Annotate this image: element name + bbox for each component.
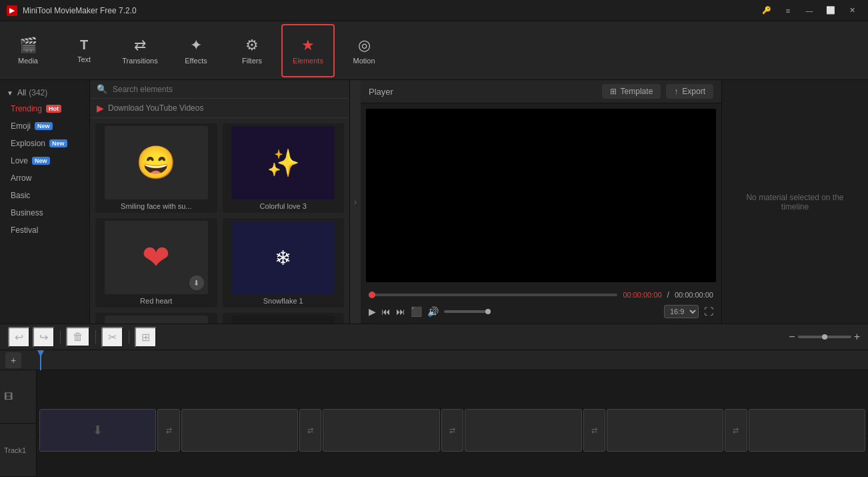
aspect-ratio-select[interactable]: 16:9 9:16 1:1 (664, 305, 699, 318)
delete-button[interactable]: 🗑 (66, 327, 90, 347)
element-thumb-arrow5: ⬇ (231, 316, 335, 324)
toolbar-elements[interactable]: ★ Elements (281, 24, 335, 77)
red-heart-download-button[interactable]: ⬇ (189, 276, 204, 290)
transitions-icon: ⇄ (134, 37, 146, 54)
toolbar-motion-label: Motion (353, 57, 375, 65)
toolbar-elements-label: Elements (293, 57, 323, 65)
timeline-transition-4[interactable] (323, 409, 439, 452)
explosion-label: Explosion (11, 139, 45, 148)
prev-button[interactable]: ⏮ (381, 306, 391, 317)
close-button[interactable]: ✕ (843, 3, 861, 18)
all-label: All (17, 88, 26, 97)
basic-label: Basic (11, 191, 30, 200)
fullscreen-button[interactable]: ⛶ (704, 306, 713, 317)
zoom-in-button[interactable]: + (854, 331, 860, 343)
timeline-tracks-label: 🎞 Track1 (0, 370, 37, 477)
redo-button[interactable]: ↪ (33, 327, 55, 348)
timeline-transition-5[interactable]: ⇄ (441, 409, 463, 452)
zoom-out-button[interactable]: − (789, 331, 795, 343)
restore-button[interactable]: ⬜ (821, 3, 840, 18)
cut-button[interactable]: ✂ (101, 327, 123, 348)
sidebar-item-explosion[interactable]: Explosion New (0, 135, 89, 152)
template-button[interactable]: ⊞ Template (602, 84, 661, 99)
element-card-red-heart[interactable]: ❤ ⬇ Red heart (95, 218, 217, 308)
main-clip-icon: ⬇ (93, 423, 103, 438)
next-button[interactable]: ⏭ (396, 306, 405, 317)
timeline-transition-6[interactable] (465, 409, 581, 452)
timeline-transition-10[interactable] (749, 409, 865, 452)
effects-icon: ✦ (190, 37, 202, 54)
content-area: 🔍 ▶ Download YouTube Videos 😄 Smiling fa… (90, 80, 350, 324)
element-card-smiling-face[interactable]: 😄 Smiling face with su... (95, 123, 217, 213)
heart-icon: ❤ (142, 238, 170, 277)
timeline-main-clip[interactable]: ⬇ (39, 409, 156, 452)
element-thumb-snowflake: ❄ (231, 221, 335, 294)
all-categories-header[interactable]: ▼ All (342) (0, 85, 89, 100)
track-row-1: ⬇ ⇄ ⇄ ⇄ ⇄ ⇄ (37, 370, 868, 436)
toolbar-transitions[interactable]: ⇄ Transitions (113, 24, 167, 77)
snowflake-icon: ❄ (275, 246, 291, 270)
timeline-transition-9[interactable]: ⇄ (725, 409, 747, 452)
timeline-transition-2[interactable] (181, 409, 298, 452)
smiling-face-icon: 😄 (136, 144, 176, 181)
undo-button[interactable]: ↩ (8, 327, 30, 348)
timeline-transition-7[interactable]: ⇄ (583, 409, 605, 452)
volume-slider[interactable] (444, 310, 491, 313)
element-card-arrow5[interactable]: ⬇ Arrow 5 (223, 313, 345, 324)
trending-badge: Hot (46, 105, 61, 113)
element-card-great[interactable]: 👍 ⬇ Great (95, 313, 217, 324)
expand-chevron-icon: › (354, 197, 357, 207)
timeline: + 🎞 Track1 ⬇ ⇄ (0, 350, 868, 477)
toolbar-media[interactable]: 🎬 Media (1, 24, 55, 77)
sidebar-item-trending[interactable]: Trending Hot (0, 100, 89, 117)
toolbar-effects[interactable]: ✦ Effects (169, 24, 223, 77)
toolbar-text-label: Text (77, 55, 91, 63)
toolbar-motion[interactable]: ◎ Motion (337, 24, 391, 77)
sidebar-item-arrow[interactable]: Arrow (0, 169, 89, 187)
play-button[interactable]: ▶ (369, 306, 376, 317)
zoom-dot (822, 334, 827, 340)
menu-icon[interactable]: ≡ (779, 3, 797, 18)
youtube-download-bar[interactable]: ▶ Download YouTube Videos (90, 99, 349, 118)
minimize-button[interactable]: — (800, 3, 819, 18)
element-card-snowflake[interactable]: ❄ Snowflake 1 (223, 218, 345, 308)
youtube-icon: ▶ (97, 103, 104, 113)
sidebar-item-emoji[interactable]: Emoji New (0, 117, 89, 135)
toolbar-separator-3 (129, 330, 129, 344)
add-track-button[interactable]: + (5, 352, 21, 368)
smiling-face-label: Smiling face with su... (121, 202, 191, 210)
transition-5-icon: ⇄ (449, 426, 455, 435)
export-icon: ↑ (674, 87, 678, 96)
timeline-transition-1[interactable]: ⇄ (157, 409, 179, 452)
transition-3-icon: ⇄ (307, 426, 313, 435)
sidebar-item-business[interactable]: Business (0, 204, 89, 221)
toolbar-filters[interactable]: ⚙ Filters (225, 24, 279, 77)
timeline-transition-8[interactable] (607, 409, 723, 452)
crop-button[interactable]: ⊞ (135, 327, 157, 348)
element-thumb-colorful-love: ✨ (231, 126, 335, 199)
zoom-slider[interactable] (798, 336, 851, 338)
properties-panel: No material selected on the timeline (721, 80, 868, 324)
progress-bar[interactable] (369, 294, 617, 296)
element-thumb-smiling-face: 😄 (105, 126, 208, 199)
toolbar-separator-1 (60, 330, 61, 344)
sidebar-item-festival[interactable]: Festival (0, 221, 89, 239)
timeline-transition-3[interactable]: ⇄ (299, 409, 321, 452)
elements-icon: ★ (301, 37, 315, 54)
element-card-colorful-love[interactable]: ✨ Colorful love 3 (223, 123, 345, 213)
track1-label: Track1 (0, 424, 36, 477)
player-area: Player ⊞ Template ↑ Export 00:00:00:00 /… (361, 80, 721, 324)
sidebar-item-love[interactable]: Love New (0, 152, 89, 169)
zoom-controls: − + (789, 331, 860, 343)
time-current: 00:00:00:00 (623, 291, 661, 299)
player-video (366, 109, 716, 282)
stop-button[interactable]: ⬛ (411, 306, 422, 317)
expand-panel-button[interactable]: › (350, 80, 361, 324)
volume-icon[interactable]: 🔊 (427, 306, 439, 317)
export-button[interactable]: ↑ Export (666, 84, 713, 99)
toolbar-text[interactable]: T Text (57, 24, 111, 77)
no-material-text: No material selected on the timeline (733, 193, 857, 211)
sidebar-item-basic[interactable]: Basic (0, 187, 89, 204)
template-icon: ⊞ (610, 87, 617, 96)
search-input[interactable] (113, 85, 343, 94)
